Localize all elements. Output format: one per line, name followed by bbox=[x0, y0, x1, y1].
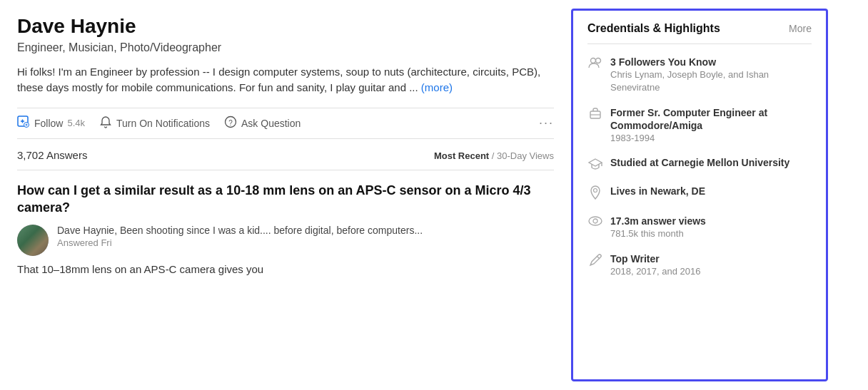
answer-preview: Dave Haynie, Been shooting since I was a… bbox=[17, 225, 554, 256]
question-title[interactable]: How can I get a similar result as a 10-1… bbox=[17, 182, 554, 217]
profile-tagline: Engineer, Musician, Photo/Videographer bbox=[17, 41, 554, 54]
cred-icon-views bbox=[587, 215, 603, 230]
credential-item-5: Top Writer 2018, 2017, and 2016 bbox=[587, 252, 812, 278]
cred-content-3: Lives in Newark, DE bbox=[610, 185, 705, 197]
answer-author: Dave Haynie, Been shooting since I was a… bbox=[57, 225, 554, 236]
credential-item-1: Former Sr. Computer Engineer at Commodor… bbox=[587, 106, 812, 145]
credentials-title: Credentials & Highlights bbox=[587, 22, 720, 35]
sort-sep: / bbox=[489, 150, 497, 161]
answers-header: 3,702 Answers Most Recent / 30-Day Views bbox=[17, 149, 554, 161]
cred-icon-briefcase bbox=[587, 107, 603, 123]
cred-sub-1: 1983-1994 bbox=[610, 132, 812, 145]
cred-content-5: Top Writer 2018, 2017, and 2016 bbox=[610, 252, 701, 278]
avatar-image bbox=[17, 225, 49, 256]
bio-more-link[interactable]: (more) bbox=[421, 81, 453, 93]
profile-name: Dave Haynie bbox=[17, 14, 554, 39]
avatar bbox=[17, 225, 49, 256]
follow-count: 5.4k bbox=[67, 118, 85, 128]
cred-title-4: 17.3m answer views bbox=[610, 215, 706, 227]
answer-meta: Dave Haynie, Been shooting since I was a… bbox=[57, 225, 554, 256]
svg-marker-12 bbox=[589, 159, 602, 166]
cred-icon-writer bbox=[587, 253, 603, 271]
credentials-header: Credentials & Highlights More bbox=[587, 22, 812, 35]
cred-sub-0: Chris Lynam, Joseph Boyle, and Ishan Sen… bbox=[610, 68, 812, 94]
credentials-panel: Credentials & Highlights More 3 Follower… bbox=[571, 9, 828, 381]
cred-title-5: Top Writer bbox=[610, 252, 701, 265]
credential-item-3: Lives in Newark, DE bbox=[587, 185, 812, 203]
credential-item-4: 17.3m answer views 781.5k this month bbox=[587, 215, 812, 240]
cred-content-1: Former Sr. Computer Engineer at Commodor… bbox=[610, 106, 812, 145]
svg-point-9 bbox=[596, 58, 601, 63]
question-icon: ? bbox=[224, 116, 237, 131]
cred-icon-location bbox=[587, 185, 603, 203]
credential-item-2: Studied at Carnegie Mellon University bbox=[587, 156, 812, 173]
answer-date: Answered Fri bbox=[57, 237, 554, 248]
notifications-button[interactable]: Turn On Notifications bbox=[99, 116, 210, 131]
bell-icon bbox=[99, 116, 112, 131]
cred-icon-graduation bbox=[587, 157, 603, 173]
left-panel: Dave Haynie Engineer, Musician, Photo/Vi… bbox=[0, 0, 571, 390]
action-bar: Follow 5.4k Turn On Notifications ? Ask … bbox=[17, 108, 554, 139]
cred-content-4: 17.3m answer views 781.5k this month bbox=[610, 215, 706, 240]
svg-text:?: ? bbox=[228, 118, 233, 126]
answers-count: 3,702 Answers bbox=[17, 149, 87, 161]
sort-secondary[interactable]: 30-Day Views bbox=[497, 150, 554, 161]
answers-sort: Most Recent / 30-Day Views bbox=[434, 150, 554, 161]
cred-sub-4: 781.5k this month bbox=[610, 227, 706, 240]
svg-point-15 bbox=[589, 217, 602, 225]
credentials-divider bbox=[587, 43, 812, 44]
credentials-more-button[interactable]: More bbox=[789, 23, 812, 34]
profile-bio: Hi folks! I'm an Engineer by profession … bbox=[17, 64, 554, 96]
cred-icon-followers bbox=[587, 56, 603, 73]
svg-point-14 bbox=[594, 189, 597, 193]
bio-text: Hi folks! I'm an Engineer by profession … bbox=[17, 66, 540, 94]
credentials-list: 3 Followers You Know Chris Lynam, Joseph… bbox=[587, 56, 812, 278]
svg-point-8 bbox=[591, 58, 596, 63]
divider bbox=[17, 170, 554, 170]
cred-title-1: Former Sr. Computer Engineer at Commodor… bbox=[610, 106, 812, 132]
sort-label[interactable]: Most Recent bbox=[434, 150, 489, 161]
cred-sub-5: 2018, 2017, and 2016 bbox=[610, 265, 701, 278]
cred-content-2: Studied at Carnegie Mellon University bbox=[610, 156, 789, 169]
cred-title-0: 3 Followers You Know bbox=[610, 56, 812, 68]
notifications-label: Turn On Notifications bbox=[116, 118, 210, 129]
ask-question-button[interactable]: ? Ask Question bbox=[224, 116, 301, 131]
credential-item-0: 3 Followers You Know Chris Lynam, Joseph… bbox=[587, 56, 812, 95]
cred-content-0: 3 Followers You Know Chris Lynam, Joseph… bbox=[610, 56, 812, 95]
answer-text-preview: That 10–18mm lens on an APS-C camera giv… bbox=[17, 262, 554, 278]
cred-title-3: Lives in Newark, DE bbox=[610, 185, 705, 197]
more-options-button[interactable]: ··· bbox=[539, 116, 554, 130]
svg-point-16 bbox=[593, 219, 597, 223]
svg-line-17 bbox=[597, 256, 600, 259]
cred-title-2: Studied at Carnegie Mellon University bbox=[610, 156, 789, 169]
follow-button[interactable]: Follow 5.4k bbox=[17, 116, 85, 131]
ask-label: Ask Question bbox=[241, 118, 301, 129]
follow-label: Follow bbox=[34, 118, 63, 129]
follow-icon bbox=[17, 116, 30, 131]
